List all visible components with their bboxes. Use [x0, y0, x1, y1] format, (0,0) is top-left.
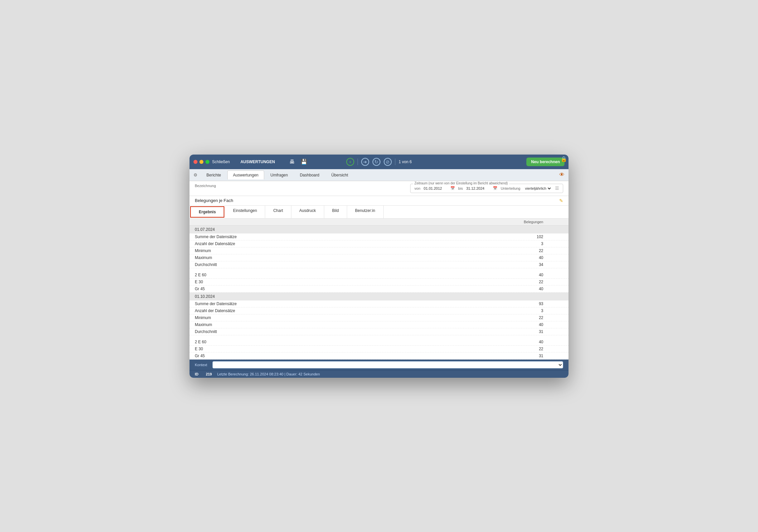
row-label: 2 E 60 [195, 340, 539, 344]
row-label: 2 E 60 [195, 273, 539, 277]
add-icon[interactable]: + [346, 158, 354, 166]
table-row: Minimum 22 [190, 314, 568, 321]
kontext-select[interactable] [212, 361, 563, 368]
row-label: Anzahl der Datensätze [195, 308, 541, 313]
table-row: 2 E 60 40 [190, 339, 568, 346]
tab-uebersicht[interactable]: Übersicht [326, 170, 354, 179]
von-label: von [415, 186, 420, 190]
row-value: 40 [539, 340, 563, 344]
table-row: Anzahl der Datensätze 3 [190, 240, 568, 247]
status-text: Letzte Berechnung: 26.11.2024 08:23:40 |… [217, 372, 320, 376]
row-value: 102 [537, 234, 563, 239]
eye-icon[interactable]: 👁 [559, 172, 565, 178]
title-row: Belegungen je Fach ✎ [190, 196, 568, 206]
table-view-icon[interactable]: ☷ [555, 186, 559, 191]
separator2 [395, 159, 395, 165]
maximize-button[interactable] [205, 160, 209, 164]
schliessen-button[interactable]: Schließen [209, 158, 232, 166]
settings-icon[interactable]: ⊘ [384, 158, 392, 166]
tab-umfragen[interactable]: Umfragen [265, 170, 294, 179]
row-label: E 30 [195, 280, 539, 284]
date-bis-input[interactable] [466, 186, 490, 190]
group-header-2: 01.10.2024 [190, 293, 568, 300]
auswertungen-button[interactable]: AUSWERTUNGEN [238, 158, 277, 166]
settings-tab-icon[interactable]: ⚙ [193, 172, 197, 177]
section-tab-chart[interactable]: Chart [265, 206, 291, 218]
tab-berichte[interactable]: Berichte [201, 170, 227, 179]
bezeichnung-section: Bezeichnung [195, 184, 216, 188]
kontext-label: Kontext [195, 363, 207, 367]
tab-dashboard[interactable]: Dashboard [294, 170, 325, 179]
row-value: 40 [539, 255, 563, 260]
unterteilung-select[interactable]: vierteljährlich [524, 186, 552, 191]
separator [357, 159, 358, 165]
col-belegungen: Belegungen [524, 220, 563, 224]
empty-row [190, 268, 568, 272]
minimize-button[interactable] [199, 160, 203, 164]
table-row: Maximum 40 [190, 254, 568, 261]
bericht-title: Belegungen je Fach [195, 198, 557, 203]
table-row: 2 E 60 40 [190, 272, 568, 279]
row-value: 40 [539, 273, 563, 277]
id-label: ID [195, 372, 200, 376]
header-section: Bezeichnung Zeitraum (nur wenn von der E… [190, 181, 568, 196]
id-value: 219 [206, 372, 212, 376]
table-row: Summe der Datensätze 102 [190, 233, 568, 240]
titlebar: Schließen AUSWERTUNGEN 🖶 💾 + ➜ ↻ ⊘ 1 von… [190, 155, 568, 169]
table-row: E 30 22 [190, 346, 568, 353]
section-tab-bild[interactable]: Bild [324, 206, 347, 218]
titlebar-right: Neu berechnen [526, 158, 565, 166]
row-label: Gr 45 [195, 287, 539, 291]
neu-berechnen-button[interactable]: Neu berechnen [526, 158, 565, 166]
row-value: 22 [539, 315, 563, 320]
row-label: Summe der Datensätze [195, 234, 537, 239]
row-value: 34 [539, 262, 563, 267]
row-value: 22 [539, 347, 563, 351]
arrow-right-icon[interactable]: ➜ [361, 158, 369, 166]
titlebar-left: Schließen AUSWERTUNGEN 🖶 💾 [209, 158, 309, 166]
row-label: Gr 45 [195, 354, 539, 358]
row-label: E 30 [195, 347, 539, 351]
section-tab-ergebnis[interactable]: Ergebnis [190, 206, 224, 218]
save-icon[interactable]: 💾 [299, 158, 309, 166]
row-value: 3 [541, 308, 563, 313]
table-row: Durchschnitt 31 [190, 328, 568, 335]
statusbar: ID 219 Letzte Berechnung: 26.11.2024 08:… [190, 370, 568, 378]
section-tab-einstellungen[interactable]: Einstellungen [225, 206, 265, 218]
zeitraum-box: Zeitraum (nur wenn von der Einstellung i… [410, 184, 563, 193]
tabbar: ⚙ Berichte Auswertungen Umfragen Dashboa… [190, 169, 568, 181]
calendar-von-icon[interactable]: 📅 [450, 186, 455, 190]
row-value: 31 [539, 354, 563, 358]
edit-icon[interactable]: ✎ [559, 198, 563, 203]
date-von-input[interactable] [424, 186, 447, 190]
table-area: 01.07.2024 Summe der Datensätze 102 Anza… [190, 226, 568, 360]
unterteilung-label: Unterteilung [501, 186, 520, 190]
table-row: Gr 45 31 [190, 353, 568, 360]
lock-icon: 🔒 [561, 156, 567, 162]
row-label: Minimum [195, 248, 539, 253]
print-icon[interactable]: 🖶 [288, 158, 296, 166]
zeitraum-label: Zeitraum (nur wenn von der Einstellung i… [413, 181, 509, 185]
page-indicator: 1 von 6 [399, 160, 412, 164]
table-row: E 30 22 [190, 279, 568, 286]
main-window: Schließen AUSWERTUNGEN 🖶 💾 + ➜ ↻ ⊘ 1 von… [190, 155, 568, 378]
row-label: Minimum [195, 315, 539, 320]
titlebar-center: + ➜ ↻ ⊘ 1 von 6 [346, 158, 412, 166]
table-row: Durchschnitt 34 [190, 261, 568, 268]
tab-auswertungen[interactable]: Auswertungen [227, 170, 264, 179]
row-value: 40 [539, 322, 563, 327]
zeitraum-controls: von 📅 bis 📅 Unterteilung vierteljährlich… [415, 186, 559, 191]
section-tab-ausdruck[interactable]: Ausdruck [291, 206, 324, 218]
calendar-bis-icon[interactable]: 📅 [493, 186, 497, 190]
section-tab-benutzer[interactable]: Benutzer:in [347, 206, 384, 218]
row-label: Anzahl der Datensätze [195, 241, 541, 246]
refresh-icon[interactable]: ↻ [372, 158, 380, 166]
group-header-1: 01.07.2024 [190, 226, 568, 233]
table-header: Belegungen [190, 219, 568, 226]
content-area: Bezeichnung Zeitraum (nur wenn von der E… [190, 181, 568, 370]
table-row: Maximum 40 [190, 321, 568, 328]
empty-row [190, 335, 568, 339]
close-button[interactable] [193, 160, 197, 164]
row-label: Maximum [195, 255, 539, 260]
row-value: 40 [539, 287, 563, 291]
